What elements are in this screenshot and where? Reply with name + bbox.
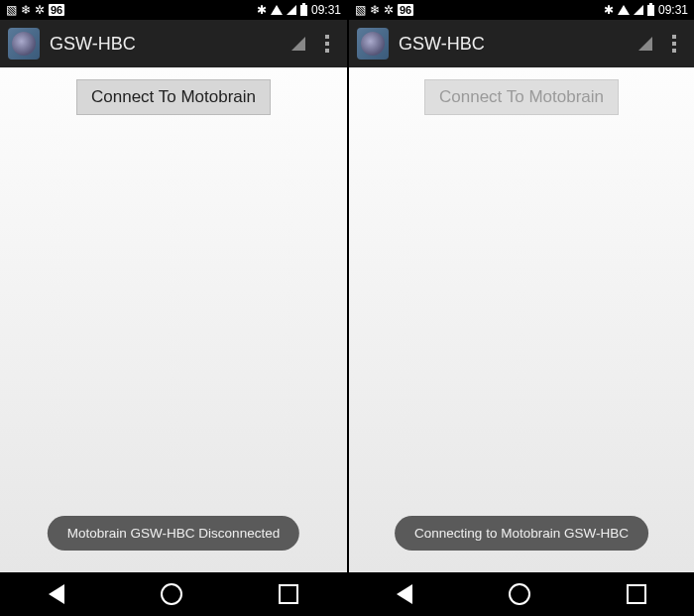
nav-recent-button[interactable]	[279, 584, 298, 604]
connect-button[interactable]: Connect To Motobrain	[76, 79, 271, 115]
connect-button: Connect To Motobrain	[424, 79, 619, 115]
action-bar: GSW-HBC	[0, 20, 347, 67]
cell-signal-icon	[634, 5, 643, 15]
battery-icon	[647, 5, 654, 16]
cell-signal-icon	[287, 5, 296, 15]
navigation-bar	[349, 572, 694, 616]
spinner-idle-icon	[638, 37, 652, 51]
clock-label: 09:31	[311, 3, 341, 17]
spinner-idle-icon	[291, 37, 305, 51]
device-screen-right: ▧ ❄ ✲ 96 ✱ 09:31 GSW-HBC Connect To Moto…	[347, 0, 694, 616]
status-toast: Connecting to Motobrain GSW-HBC	[395, 516, 648, 551]
app-status-icon: ❄	[21, 3, 31, 17]
content-area: Connect To Motobrain Connecting to Motob…	[349, 67, 694, 572]
gallery-icon: ▧	[355, 3, 366, 17]
nav-home-button[interactable]	[509, 583, 530, 605]
bluetooth-icon: ✱	[257, 3, 267, 17]
gallery-icon: ▧	[6, 3, 17, 17]
app-icon	[357, 28, 389, 60]
bluetooth-icon: ✱	[604, 3, 614, 17]
battery-icon	[300, 5, 307, 16]
content-area: Connect To Motobrain Motobrain GSW-HBC D…	[0, 67, 347, 572]
overflow-menu-button[interactable]	[662, 27, 686, 61]
app-title: GSW-HBC	[399, 34, 629, 55]
device-screen-left: ▧ ❄ ✲ 96 ✱ 09:31 GSW-HBC Connect To Moto…	[0, 0, 347, 616]
status-toast: Motobrain GSW-HBC Disconnected	[48, 516, 299, 551]
nav-back-button[interactable]	[397, 584, 412, 604]
status-bar: ▧ ❄ ✲ 96 ✱ 09:31	[349, 0, 694, 20]
status-bar: ▧ ❄ ✲ 96 ✱ 09:31	[0, 0, 347, 20]
snowflake-icon: ✲	[384, 3, 394, 17]
clock-label: 09:31	[658, 3, 688, 17]
wifi-icon	[271, 5, 283, 15]
app-icon	[8, 28, 40, 60]
app-status-icon: ❄	[370, 3, 380, 17]
navigation-bar	[0, 572, 347, 616]
wifi-icon	[618, 5, 630, 15]
nav-back-button[interactable]	[49, 584, 64, 604]
battery-percent-badge: 96	[398, 4, 413, 16]
snowflake-icon: ✲	[35, 3, 45, 17]
nav-home-button[interactable]	[161, 583, 182, 605]
nav-recent-button[interactable]	[627, 584, 646, 604]
action-bar: GSW-HBC	[349, 20, 694, 67]
overflow-menu-button[interactable]	[315, 27, 339, 61]
app-title: GSW-HBC	[50, 34, 282, 55]
battery-percent-badge: 96	[49, 4, 64, 16]
